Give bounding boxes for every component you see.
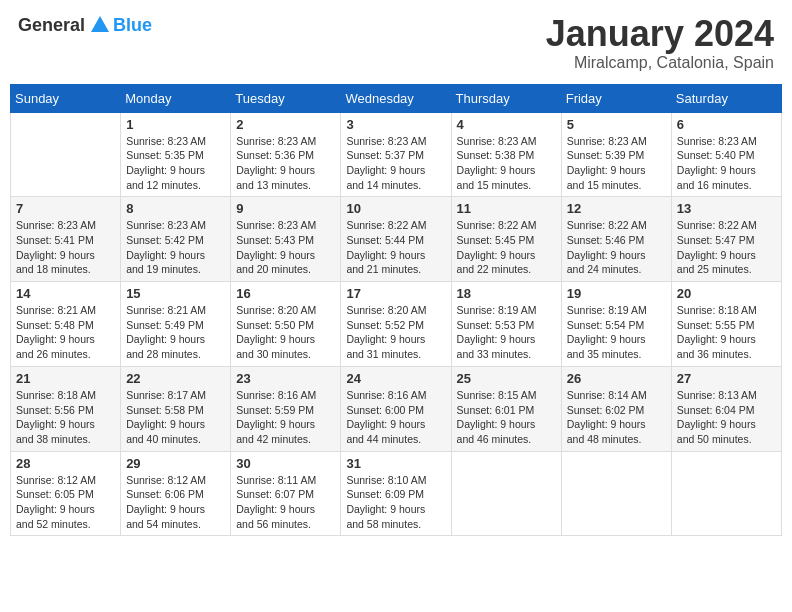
day-info: Sunrise: 8:12 AM Sunset: 6:05 PM Dayligh… [16,473,115,532]
day-info: Sunrise: 8:17 AM Sunset: 5:58 PM Dayligh… [126,388,225,447]
calendar-cell: 28Sunrise: 8:12 AM Sunset: 6:05 PM Dayli… [11,451,121,536]
day-number: 19 [567,286,666,301]
day-number: 13 [677,201,776,216]
logo: General Blue [18,14,152,36]
day-info: Sunrise: 8:22 AM Sunset: 5:45 PM Dayligh… [457,218,556,277]
day-number: 4 [457,117,556,132]
calendar-cell: 16Sunrise: 8:20 AM Sunset: 5:50 PM Dayli… [231,282,341,367]
calendar-cell: 4Sunrise: 8:23 AM Sunset: 5:38 PM Daylig… [451,112,561,197]
weekday-header-wednesday: Wednesday [341,84,451,112]
day-number: 9 [236,201,335,216]
calendar-cell: 3Sunrise: 8:23 AM Sunset: 5:37 PM Daylig… [341,112,451,197]
calendar-cell: 14Sunrise: 8:21 AM Sunset: 5:48 PM Dayli… [11,282,121,367]
calendar-week-row: 21Sunrise: 8:18 AM Sunset: 5:56 PM Dayli… [11,366,782,451]
calendar-cell [11,112,121,197]
calendar-week-row: 28Sunrise: 8:12 AM Sunset: 6:05 PM Dayli… [11,451,782,536]
calendar-cell: 27Sunrise: 8:13 AM Sunset: 6:04 PM Dayli… [671,366,781,451]
day-number: 12 [567,201,666,216]
day-number: 24 [346,371,445,386]
calendar-cell [561,451,671,536]
calendar-cell [451,451,561,536]
weekday-header-friday: Friday [561,84,671,112]
weekday-header-saturday: Saturday [671,84,781,112]
calendar-week-row: 7Sunrise: 8:23 AM Sunset: 5:41 PM Daylig… [11,197,782,282]
calendar-cell: 1Sunrise: 8:23 AM Sunset: 5:35 PM Daylig… [121,112,231,197]
calendar-cell: 9Sunrise: 8:23 AM Sunset: 5:43 PM Daylig… [231,197,341,282]
weekday-header-thursday: Thursday [451,84,561,112]
weekday-header-monday: Monday [121,84,231,112]
day-info: Sunrise: 8:16 AM Sunset: 6:00 PM Dayligh… [346,388,445,447]
day-number: 26 [567,371,666,386]
day-info: Sunrise: 8:21 AM Sunset: 5:49 PM Dayligh… [126,303,225,362]
calendar-cell: 12Sunrise: 8:22 AM Sunset: 5:46 PM Dayli… [561,197,671,282]
day-number: 18 [457,286,556,301]
day-number: 31 [346,456,445,471]
day-info: Sunrise: 8:23 AM Sunset: 5:38 PM Dayligh… [457,134,556,193]
day-info: Sunrise: 8:18 AM Sunset: 5:55 PM Dayligh… [677,303,776,362]
day-number: 20 [677,286,776,301]
day-number: 7 [16,201,115,216]
logo-text-blue: Blue [113,15,152,36]
day-number: 5 [567,117,666,132]
weekday-header-sunday: Sunday [11,84,121,112]
day-number: 15 [126,286,225,301]
day-info: Sunrise: 8:15 AM Sunset: 6:01 PM Dayligh… [457,388,556,447]
calendar-cell: 18Sunrise: 8:19 AM Sunset: 5:53 PM Dayli… [451,282,561,367]
day-number: 16 [236,286,335,301]
day-number: 17 [346,286,445,301]
calendar-cell: 6Sunrise: 8:23 AM Sunset: 5:40 PM Daylig… [671,112,781,197]
calendar-cell: 15Sunrise: 8:21 AM Sunset: 5:49 PM Dayli… [121,282,231,367]
calendar-cell: 17Sunrise: 8:20 AM Sunset: 5:52 PM Dayli… [341,282,451,367]
calendar-cell: 22Sunrise: 8:17 AM Sunset: 5:58 PM Dayli… [121,366,231,451]
day-info: Sunrise: 8:20 AM Sunset: 5:50 PM Dayligh… [236,303,335,362]
day-info: Sunrise: 8:16 AM Sunset: 5:59 PM Dayligh… [236,388,335,447]
day-number: 22 [126,371,225,386]
day-number: 8 [126,201,225,216]
day-number: 10 [346,201,445,216]
day-info: Sunrise: 8:22 AM Sunset: 5:46 PM Dayligh… [567,218,666,277]
day-info: Sunrise: 8:14 AM Sunset: 6:02 PM Dayligh… [567,388,666,447]
logo-text-general: General [18,15,85,36]
day-info: Sunrise: 8:18 AM Sunset: 5:56 PM Dayligh… [16,388,115,447]
day-info: Sunrise: 8:23 AM Sunset: 5:42 PM Dayligh… [126,218,225,277]
calendar-cell: 11Sunrise: 8:22 AM Sunset: 5:45 PM Dayli… [451,197,561,282]
weekday-header-row: SundayMondayTuesdayWednesdayThursdayFrid… [11,84,782,112]
weekday-header-tuesday: Tuesday [231,84,341,112]
day-info: Sunrise: 8:10 AM Sunset: 6:09 PM Dayligh… [346,473,445,532]
calendar-cell: 25Sunrise: 8:15 AM Sunset: 6:01 PM Dayli… [451,366,561,451]
month-title: January 2024 [546,14,774,54]
day-info: Sunrise: 8:23 AM Sunset: 5:40 PM Dayligh… [677,134,776,193]
day-number: 25 [457,371,556,386]
page-header: General Blue January 2024 Miralcamp, Cat… [10,10,782,76]
day-info: Sunrise: 8:11 AM Sunset: 6:07 PM Dayligh… [236,473,335,532]
day-number: 29 [126,456,225,471]
day-number: 30 [236,456,335,471]
day-info: Sunrise: 8:22 AM Sunset: 5:44 PM Dayligh… [346,218,445,277]
day-info: Sunrise: 8:23 AM Sunset: 5:37 PM Dayligh… [346,134,445,193]
day-info: Sunrise: 8:21 AM Sunset: 5:48 PM Dayligh… [16,303,115,362]
day-info: Sunrise: 8:19 AM Sunset: 5:53 PM Dayligh… [457,303,556,362]
day-number: 23 [236,371,335,386]
calendar-cell: 8Sunrise: 8:23 AM Sunset: 5:42 PM Daylig… [121,197,231,282]
day-info: Sunrise: 8:13 AM Sunset: 6:04 PM Dayligh… [677,388,776,447]
calendar-cell: 30Sunrise: 8:11 AM Sunset: 6:07 PM Dayli… [231,451,341,536]
day-info: Sunrise: 8:19 AM Sunset: 5:54 PM Dayligh… [567,303,666,362]
day-info: Sunrise: 8:12 AM Sunset: 6:06 PM Dayligh… [126,473,225,532]
calendar-week-row: 1Sunrise: 8:23 AM Sunset: 5:35 PM Daylig… [11,112,782,197]
calendar-cell: 23Sunrise: 8:16 AM Sunset: 5:59 PM Dayli… [231,366,341,451]
calendar-cell: 24Sunrise: 8:16 AM Sunset: 6:00 PM Dayli… [341,366,451,451]
calendar-week-row: 14Sunrise: 8:21 AM Sunset: 5:48 PM Dayli… [11,282,782,367]
day-info: Sunrise: 8:23 AM Sunset: 5:36 PM Dayligh… [236,134,335,193]
calendar-cell: 7Sunrise: 8:23 AM Sunset: 5:41 PM Daylig… [11,197,121,282]
svg-marker-0 [91,16,109,32]
calendar-cell: 2Sunrise: 8:23 AM Sunset: 5:36 PM Daylig… [231,112,341,197]
calendar-cell: 5Sunrise: 8:23 AM Sunset: 5:39 PM Daylig… [561,112,671,197]
day-number: 1 [126,117,225,132]
calendar-cell: 26Sunrise: 8:14 AM Sunset: 6:02 PM Dayli… [561,366,671,451]
calendar-cell: 19Sunrise: 8:19 AM Sunset: 5:54 PM Dayli… [561,282,671,367]
calendar-cell: 29Sunrise: 8:12 AM Sunset: 6:06 PM Dayli… [121,451,231,536]
title-area: January 2024 Miralcamp, Catalonia, Spain [546,14,774,72]
day-info: Sunrise: 8:23 AM Sunset: 5:41 PM Dayligh… [16,218,115,277]
day-number: 14 [16,286,115,301]
day-info: Sunrise: 8:23 AM Sunset: 5:39 PM Dayligh… [567,134,666,193]
